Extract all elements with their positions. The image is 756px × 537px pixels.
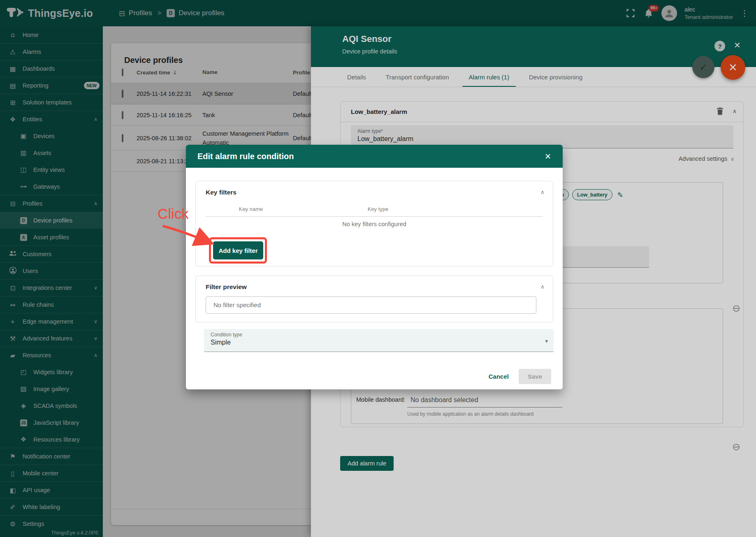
collapse-filter-preview-chevron-up-icon[interactable]: ∧ xyxy=(540,283,545,290)
select-caret-down-icon: ▾ xyxy=(545,338,548,344)
modal-header: Edit alarm rule condition ✕ xyxy=(186,145,563,168)
screen: ThingsEye.io ⊟ Profiles > D Device profi… xyxy=(0,0,756,537)
divider xyxy=(206,216,543,217)
modal-footer: Cancel Save xyxy=(186,363,563,389)
cancel-button[interactable]: Cancel xyxy=(483,369,515,384)
collapse-key-filters-chevron-up-icon[interactable]: ∧ xyxy=(540,189,545,195)
condition-type-value: Simple xyxy=(211,339,231,346)
filter-preview-box: No filter specified xyxy=(206,296,536,314)
no-filter-text: No filter specified xyxy=(213,301,261,308)
condition-type-label: Condition type xyxy=(211,332,242,338)
annotation-highlight-rect xyxy=(209,237,267,264)
filter-preview-card: Filter preview ∧ No filter specified xyxy=(195,275,553,322)
no-key-filters-text: No key filters configured xyxy=(196,221,553,227)
key-type-column-header: Key type xyxy=(345,206,411,212)
condition-type-select[interactable]: Condition type Simple ▾ xyxy=(204,329,554,352)
modal-title: Edit alarm rule condition xyxy=(197,152,294,161)
save-button[interactable]: Save xyxy=(519,369,551,384)
edit-alarm-rule-condition-modal: Edit alarm rule condition ✕ Key filters … xyxy=(186,145,563,389)
key-name-column-header: Key name xyxy=(218,206,284,212)
modal-close-icon[interactable]: ✕ xyxy=(545,152,551,161)
annotation-click-text: Click xyxy=(158,206,189,222)
filter-preview-title: Filter preview xyxy=(206,283,247,291)
key-filters-title: Key filters xyxy=(206,189,237,196)
